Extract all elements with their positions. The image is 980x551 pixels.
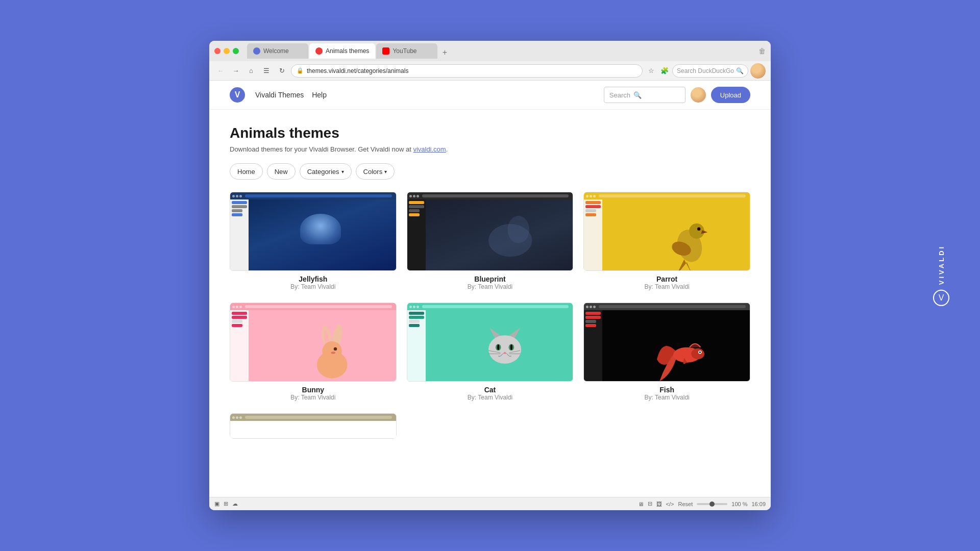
clock: 16:09 xyxy=(751,501,766,507)
site-header: V Vivaldi Themes Help Search 🔍 Upload xyxy=(209,81,771,110)
cat-svg xyxy=(426,310,573,381)
user-avatar-nav[interactable] xyxy=(750,63,766,79)
preview-titlebar-partial xyxy=(230,414,396,421)
filter-categories[interactable]: Categories ▾ xyxy=(300,163,352,180)
filter-new[interactable]: New xyxy=(267,163,296,180)
preview-dot xyxy=(586,195,589,197)
theme-preview-jellyfish xyxy=(230,192,397,271)
theme-card-cat[interactable]: Cat By: Team Vivaldi xyxy=(407,303,574,403)
theme-author: By: Team Vivaldi xyxy=(232,283,395,290)
preview-sidebar-item xyxy=(232,205,247,208)
site-logo[interactable]: V xyxy=(230,87,245,103)
preview-sidebar-item xyxy=(409,312,424,315)
theme-card-parrot[interactable]: Parrot By: Team Vivaldi xyxy=(583,192,750,292)
preview-sidebar-item xyxy=(409,205,424,208)
preview-body xyxy=(584,199,750,270)
preview-addressbar xyxy=(422,194,569,197)
image-icon[interactable]: 🖼 xyxy=(656,501,662,507)
tab-favicon-youtube xyxy=(382,47,389,55)
preview-dot xyxy=(413,306,415,308)
preview-sidebar-item xyxy=(232,312,247,315)
browser-window: Welcome Animals themes YouTube + 🗑 ← → ⌂… xyxy=(209,41,771,510)
theme-card-jellyfish[interactable]: Jellyfish By: Team Vivaldi xyxy=(230,192,397,292)
bottom-bar: ▣ ⊞ ☁ 🖥 ⊟ 🖼 </> Reset 100 % 16:09 xyxy=(209,497,771,510)
nav-item-themes[interactable]: Vivaldi Themes xyxy=(255,91,304,99)
theme-preview-fish xyxy=(583,303,750,382)
nav-search-bar[interactable]: Search DuckDuckGo 🔍 xyxy=(672,64,748,78)
preview-sidebar-item xyxy=(409,209,420,212)
back-button[interactable]: ← xyxy=(214,65,227,77)
preview-addressbar xyxy=(422,305,569,308)
preview-dot xyxy=(416,195,419,197)
preview-sidebar-item xyxy=(585,320,596,323)
bottom-bar-right: 🖥 ⊟ 🖼 </> Reset 100 % 16:09 xyxy=(638,500,766,507)
preview-dot xyxy=(239,195,242,197)
address-text: themes.vivaldi.net/categories/animals xyxy=(307,67,408,74)
preview-dot xyxy=(236,306,238,308)
preview-sidebar xyxy=(407,199,426,270)
zoom-control[interactable] xyxy=(697,503,727,505)
panel-icon[interactable]: ▣ xyxy=(214,500,219,507)
bookmark-star-icon[interactable]: ☆ xyxy=(646,65,657,77)
filter-colors[interactable]: Colors ▾ xyxy=(356,163,395,180)
zoom-slider[interactable] xyxy=(697,503,727,505)
preview-titlebar xyxy=(230,192,396,199)
theme-name: Jellyfish xyxy=(232,275,395,283)
filter-home[interactable]: Home xyxy=(230,163,263,180)
sync-icon[interactable]: ☁ xyxy=(232,500,238,507)
code-icon[interactable]: </> xyxy=(666,501,674,507)
preview-body xyxy=(230,310,396,381)
preview-dot xyxy=(232,195,235,197)
tab-favicon-welcome xyxy=(253,47,260,55)
tab-thumb-icon[interactable]: ⊟ xyxy=(648,500,652,507)
theme-card-bunny[interactable]: Bunny By: Team Vivaldi xyxy=(230,303,397,403)
tab-animals[interactable]: Animals themes xyxy=(309,43,375,59)
home-nav-button[interactable]: ⌂ xyxy=(245,65,257,77)
vivaldi-branding: VIVALDI V xyxy=(933,245,949,306)
maximize-button[interactable] xyxy=(233,48,239,54)
preview-sidebar-item xyxy=(585,324,596,327)
preview-main xyxy=(426,199,573,270)
bookmark-button[interactable]: ☰ xyxy=(260,65,273,77)
preview-sidebar-item xyxy=(585,205,601,208)
preview-sidebar-item xyxy=(232,320,242,323)
search-placeholder: Search xyxy=(609,91,630,99)
zoom-percent: 100 % xyxy=(731,501,747,507)
vivaldi-link[interactable]: vivaldi.com xyxy=(413,145,446,153)
monitor-icon[interactable]: 🖥 xyxy=(638,501,644,507)
theme-preview-partial xyxy=(230,413,397,439)
trash-icon[interactable]: 🗑 xyxy=(758,47,766,55)
theme-card-blueprint[interactable]: Blueprint By: Team Vivaldi xyxy=(407,192,574,292)
theme-card-fish[interactable]: Fish By: Team Vivaldi xyxy=(583,303,750,403)
bunny-svg xyxy=(249,310,396,381)
preview-dot xyxy=(416,306,419,308)
upload-button[interactable]: Upload xyxy=(711,87,750,103)
layout-icon[interactable]: ⊞ xyxy=(224,500,228,507)
zoom-slider-thumb[interactable] xyxy=(709,502,715,507)
close-button[interactable] xyxy=(214,48,220,54)
tabs-area: Welcome Animals themes YouTube + xyxy=(243,43,754,59)
site-search-input[interactable]: Search 🔍 xyxy=(604,87,685,103)
add-tab-button[interactable]: + xyxy=(438,46,451,59)
partial-grid xyxy=(230,413,750,439)
user-avatar-site[interactable] xyxy=(691,87,706,103)
extensions-icon[interactable]: 🧩 xyxy=(659,65,670,77)
tab-welcome[interactable]: Welcome xyxy=(247,43,308,59)
preview-sidebar xyxy=(584,199,602,270)
reload-button[interactable]: ↻ xyxy=(276,65,288,77)
preview-main xyxy=(426,310,573,381)
theme-card-partial[interactable] xyxy=(230,413,397,439)
theme-name: Bunny xyxy=(232,386,395,394)
tab-favicon-animals xyxy=(315,47,323,55)
theme-preview-cat xyxy=(407,303,574,382)
forward-button[interactable]: → xyxy=(230,65,242,77)
zoom-reset-label[interactable]: Reset xyxy=(678,501,693,507)
address-bar[interactable]: 🔒 themes.vivaldi.net/categories/animals xyxy=(291,64,643,78)
preview-dot xyxy=(232,416,235,419)
tab-youtube[interactable]: YouTube xyxy=(376,43,437,59)
minimize-button[interactable] xyxy=(224,48,230,54)
nav-item-help[interactable]: Help xyxy=(312,91,327,99)
theme-author: By: Team Vivaldi xyxy=(409,394,572,401)
tab-label-animals: Animals themes xyxy=(326,47,369,55)
preview-dot xyxy=(593,306,596,308)
